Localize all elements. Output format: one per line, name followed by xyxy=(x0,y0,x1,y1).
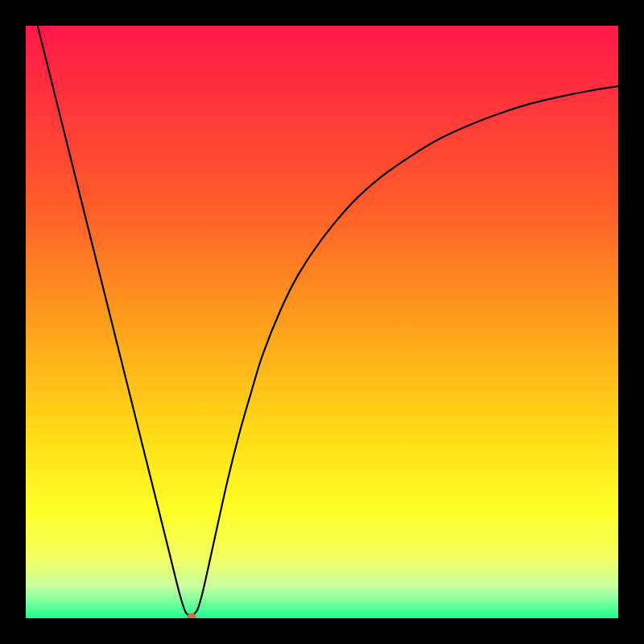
bottleneck-curve xyxy=(26,26,618,618)
optimum-marker xyxy=(188,613,196,618)
chart-frame: TheBottleneck.com xyxy=(0,0,644,644)
plot-border-top xyxy=(0,0,644,26)
plot-border-right xyxy=(618,0,644,644)
plot-border-left xyxy=(0,0,26,644)
plot-area xyxy=(26,26,618,618)
plot-border-bottom xyxy=(0,618,644,644)
